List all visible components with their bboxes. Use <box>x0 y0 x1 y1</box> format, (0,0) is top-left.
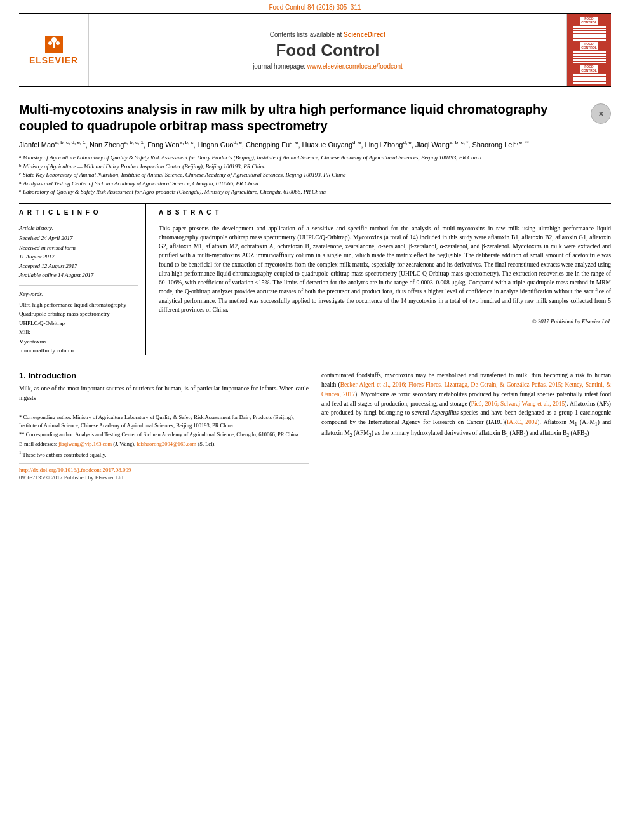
introduction-body-right: contaminated foodstuffs, mycotoxins may … <box>321 371 611 439</box>
fc-badge-food: FOODCONTROL <box>580 17 598 25</box>
fc-bar-9 <box>573 57 606 58</box>
footnote-2: ** Corresponding author. Analysis and Te… <box>19 430 309 439</box>
affiliation-c-text: State Key Laboratory of Animal Nutrition… <box>23 171 345 180</box>
author-sup-5: d, e <box>290 140 298 145</box>
fc-bar-13 <box>573 77 606 79</box>
footnote-3: E-mail addresses: jiaqiwang@vip.163.com … <box>19 440 309 448</box>
affil-sup-d: d <box>19 180 22 189</box>
svg-point-3 <box>56 41 60 45</box>
homepage-link[interactable]: www.elsevier.com/locate/foodcont <box>307 63 403 70</box>
ref-iarc[interactable]: IARC, 2002 <box>507 419 537 425</box>
article-info-heading: A R T I C L E I N F O <box>19 209 138 216</box>
intro-col1-text: Milk, as one of the most important sourc… <box>19 385 309 401</box>
issn-line: 0956-7135/© 2017 Published by Elsevier L… <box>19 474 309 481</box>
fc-bar-2 <box>573 29 606 30</box>
intro-paragraph-right-1: contaminated foodstuffs, mycotoxins may … <box>321 371 611 439</box>
fc-bar-15 <box>573 82 606 84</box>
article-available-date: Available online 14 August 2017 <box>19 271 138 280</box>
keywords-section: Keywords: Ultra high performance liquid … <box>19 290 138 356</box>
keyword-5: Mycotoxins <box>19 337 138 346</box>
sciencedirect-text: Contents lists available at <box>270 31 344 38</box>
paper-title-section: Multi-mycotoxins analysis in raw milk by… <box>19 101 611 134</box>
affil-sup-b: b <box>19 163 22 171</box>
footnotes-section: * Corresponding author. Ministry of Agri… <box>19 410 309 459</box>
email-jiaqi[interactable]: jiaqiwang@vip.163.com <box>58 441 112 447</box>
page-container: Food Control 84 (2018) 305–311 ELSE <box>0 0 630 840</box>
paper-title: Multi-mycotoxins analysis in raw milk by… <box>19 101 584 134</box>
fc-bar-14 <box>573 79 606 81</box>
footnote-sup-1: 1 <box>19 450 22 455</box>
food-control-sidebar: FOODCONTROL FOODCONTROL <box>567 14 611 86</box>
affiliation-d-text: Analysis and Testing Center of Sichuan A… <box>23 180 258 189</box>
affiliation-e-text: Laboratory of Quality & Safety Risk Asse… <box>23 188 326 197</box>
keyword-4: Milk <box>19 328 138 337</box>
fc-bar-5 <box>573 36 606 38</box>
article-info-abstract-section: A R T I C L E I N F O Article history: R… <box>19 203 611 356</box>
sub-6: 1 <box>523 432 526 438</box>
ref-becker-algeri[interactable]: Becker-Algeri et al., 2016; Flores-Flore… <box>321 382 611 397</box>
doi-link[interactable]: http://dx.doi.org/10.1016/j.foodcont.201… <box>19 467 131 473</box>
sub-3: 2 <box>350 432 352 438</box>
journal-header-center: Contents lists available at ScienceDirec… <box>89 14 566 86</box>
author-shaorong-lei: Shaorong Lei <box>472 141 513 149</box>
body-divider <box>19 363 611 363</box>
author-sup-9: d, e, ** <box>514 140 529 145</box>
affiliation-b-text: Ministry of Agriculture — Milk and Dairy… <box>23 163 266 171</box>
journal-title: Food Control <box>276 41 379 60</box>
author-sup-2: a, b, c, 1 <box>124 140 144 145</box>
fc-side-bars-2 <box>573 51 606 63</box>
sciencedirect-link[interactable]: ScienceDirect <box>344 31 385 38</box>
keyword-6: Immunoaffinity column <box>19 346 138 355</box>
fc-badge-food-2: FOODCONTROL <box>580 42 598 50</box>
affil-sup-a: a <box>19 154 21 163</box>
footnote-4: 1 These two authors contributed equally. <box>19 450 309 459</box>
intro-paragraph-1: Milk, as one of the most important sourc… <box>19 384 309 403</box>
introduction-left-col: 1. Introduction Milk, as one of the most… <box>19 371 309 481</box>
journal-header: ELSEVIER Contents lists available at Sci… <box>19 14 611 87</box>
author-sup-4: d, e <box>234 140 242 145</box>
author-jiaqi-wang: Jiaqi Wang <box>415 141 450 149</box>
affil-sup-c: c <box>19 171 21 180</box>
introduction-body-left: Milk, as one of the most important sourc… <box>19 384 309 403</box>
fc-bar-6 <box>573 39 606 41</box>
article-history-label: Article history: <box>19 224 138 233</box>
abstract-column: A B S T R A C T This paper presents the … <box>159 204 611 356</box>
page-bottom: http://dx.doi.org/10.1016/j.foodcont.201… <box>19 463 309 481</box>
article-received-date: Received 24 April 2017 <box>19 234 138 243</box>
affiliation-e: e Laboratory of Quality & Safety Risk As… <box>19 188 611 197</box>
article-info-column: A R T I C L E I N F O Article history: R… <box>19 204 146 356</box>
author-sup-3: a, b, c <box>180 140 194 145</box>
introduction-right-col: contaminated foodstuffs, mycotoxins may … <box>321 371 611 481</box>
authors-section: Jianfei Maoa, b, c, d, e, 1, Nan Zhenga,… <box>19 139 611 150</box>
ref-pico[interactable]: Picó, 2016; Selvaraj Wang et al., 2015 <box>471 401 565 407</box>
author-fang-wen: Fang Wen <box>147 141 180 149</box>
author-sup-7: d, e <box>403 140 411 145</box>
fc-badge-row-3: FOODCONTROL <box>568 65 610 73</box>
keyword-2: Quadrupole orbitrap mass spectrometry <box>19 309 138 318</box>
author-huaxue-ouyang: Huaxue Ouyang <box>302 141 353 149</box>
sub-5: 1 <box>506 432 508 438</box>
fc-badge-food-3: FOODCONTROL <box>580 65 598 73</box>
sub-1: 1 <box>575 422 577 427</box>
doi-line: http://dx.doi.org/10.1016/j.foodcont.201… <box>19 467 309 473</box>
keyword-3: UHPLC/Q-Orbitrap <box>19 319 138 328</box>
crossmark-icon: ✕ <box>591 103 611 124</box>
affiliation-b: b Ministry of Agriculture — Milk and Dai… <box>19 163 611 171</box>
author-nan-zheng: Nan Zheng <box>90 141 124 149</box>
sub-8: 2 <box>584 432 587 438</box>
abstract-text: This paper presents the development and … <box>159 224 611 315</box>
copyright-line: © 2017 Published by Elsevier Ltd. <box>159 318 611 324</box>
email-shaorong[interactable]: leishaorong2004@163.com <box>137 441 196 447</box>
fc-bar-8 <box>573 54 606 56</box>
author-chengping-fu: Chengping Fu <box>246 141 290 149</box>
sub-2: 1 <box>595 422 598 427</box>
introduction-heading: 1. Introduction <box>19 371 309 380</box>
footnote-1: * Corresponding author. Ministry of Agri… <box>19 413 309 430</box>
fc-badge-row-2: FOODCONTROL <box>568 42 610 50</box>
sub-7: 2 <box>566 432 569 438</box>
article-accepted-date: Accepted 12 August 2017 <box>19 262 138 271</box>
elsevier-decorative-bars <box>29 36 78 53</box>
affiliation-c: c State Key Laboratory of Animal Nutriti… <box>19 171 611 180</box>
fc-bar-10 <box>573 59 606 61</box>
fc-bar-4 <box>573 34 606 36</box>
